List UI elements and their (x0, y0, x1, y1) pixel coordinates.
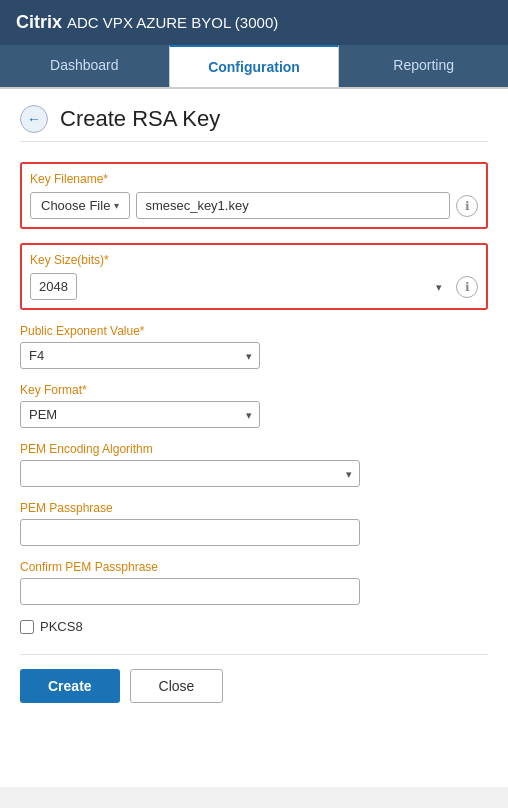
pem-encoding-section: PEM Encoding Algorithm DES DES3 ▾ (20, 442, 488, 487)
pkcs8-row: PKCS8 (20, 619, 488, 634)
footer-buttons: Create Close (20, 654, 488, 703)
tab-configuration[interactable]: Configuration (169, 45, 340, 87)
key-format-label: Key Format* (20, 383, 488, 397)
pem-encoding-label: PEM Encoding Algorithm (20, 442, 488, 456)
pem-encoding-select-wrapper: DES DES3 ▾ (20, 460, 360, 487)
keysize-info-icon[interactable]: ℹ (456, 276, 478, 298)
choose-file-button[interactable]: Choose File ▾ (30, 192, 130, 219)
page-content: ← Create RSA Key Key Filename* Choose Fi… (0, 89, 508, 787)
header: Citrix ADC VPX AZURE BYOL (3000) (0, 0, 508, 45)
back-button[interactable]: ← (20, 105, 48, 133)
pem-encoding-row: DES DES3 ▾ (20, 460, 488, 487)
confirm-passphrase-label: Confirm PEM Passphrase (20, 560, 488, 574)
filename-info-icon[interactable]: ℹ (456, 195, 478, 217)
confirm-passphrase-input[interactable] (20, 578, 360, 605)
key-filename-label: Key Filename* (30, 172, 478, 186)
pem-passphrase-row (20, 519, 488, 546)
page-header: ← Create RSA Key (20, 105, 488, 142)
pem-passphrase-section: PEM Passphrase (20, 501, 488, 546)
create-button[interactable]: Create (20, 669, 120, 703)
keysize-select[interactable]: 2048 1024 4096 (30, 273, 77, 300)
pem-passphrase-label: PEM Passphrase (20, 501, 488, 515)
key-size-field-group: Key Size(bits)* 2048 1024 4096 ▾ ℹ (20, 243, 488, 310)
public-exponent-row: F4 3 ▾ (20, 342, 488, 369)
filename-input[interactable] (136, 192, 450, 219)
pkcs8-label: PKCS8 (40, 619, 83, 634)
confirm-passphrase-section: Confirm PEM Passphrase (20, 560, 488, 605)
key-format-row: PEM DER ▾ (20, 401, 488, 428)
filename-row: Choose File ▾ ℹ (30, 192, 478, 219)
nav-tabs: Dashboard Configuration Reporting (0, 45, 508, 89)
public-exponent-select[interactable]: F4 3 (20, 342, 260, 369)
pem-encoding-select[interactable]: DES DES3 (20, 460, 360, 487)
keysize-row: 2048 1024 4096 ▾ ℹ (30, 273, 478, 300)
public-exponent-select-wrapper: F4 3 ▾ (20, 342, 260, 369)
key-format-section: Key Format* PEM DER ▾ (20, 383, 488, 428)
key-format-select[interactable]: PEM DER (20, 401, 260, 428)
keysize-select-wrapper: 2048 1024 4096 ▾ (30, 273, 450, 300)
key-format-select-wrapper: PEM DER ▾ (20, 401, 260, 428)
public-exponent-label: Public Exponent Value* (20, 324, 488, 338)
public-exponent-section: Public Exponent Value* F4 3 ▾ (20, 324, 488, 369)
confirm-passphrase-row (20, 578, 488, 605)
tab-dashboard[interactable]: Dashboard (0, 45, 169, 87)
key-filename-field-group: Key Filename* Choose File ▾ ℹ (20, 162, 488, 229)
close-button[interactable]: Close (130, 669, 224, 703)
key-size-label: Key Size(bits)* (30, 253, 478, 267)
keysize-chevron-icon: ▾ (436, 280, 442, 293)
pkcs8-checkbox[interactable] (20, 620, 34, 634)
pem-passphrase-input[interactable] (20, 519, 360, 546)
choose-file-chevron-icon: ▾ (114, 200, 119, 211)
tab-reporting[interactable]: Reporting (339, 45, 508, 87)
brand-citrix: Citrix ADC VPX AZURE BYOL (3000) (16, 12, 278, 33)
page-title: Create RSA Key (60, 106, 220, 132)
